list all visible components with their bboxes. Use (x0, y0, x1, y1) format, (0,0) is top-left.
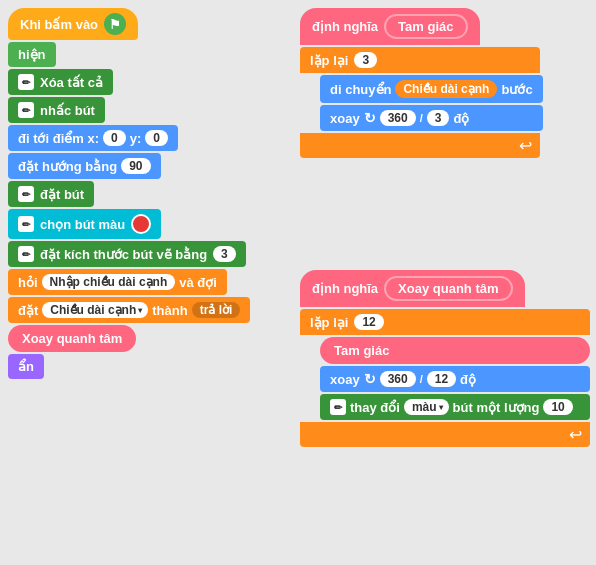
answer-oval[interactable]: trả lời (192, 302, 241, 318)
change-dropdown[interactable]: màu ▾ (404, 399, 449, 415)
rotate-block-bot[interactable]: xoay ↻ 360 / 12 độ (320, 366, 590, 392)
show-block[interactable]: hiện (8, 42, 56, 67)
flag-icon: ⚑ (104, 13, 126, 35)
y-input[interactable]: 0 (145, 130, 168, 146)
show-label: hiện (18, 47, 46, 62)
change-label: thay đổi (350, 400, 400, 415)
dir-input[interactable]: 90 (121, 158, 150, 174)
rotate-label-bot: xoay (330, 372, 360, 387)
move-block[interactable]: di chuyển Chiều dài cạnh bước (320, 75, 543, 103)
pen-up-label: nhấc bút (40, 103, 95, 118)
def-label-top: định nghĩa (312, 19, 378, 34)
pen-up-block[interactable]: ✏ nhấc bút (8, 97, 105, 123)
def-tam-giac-name: Tam giác (384, 14, 467, 39)
pencil-icon4: ✏ (18, 216, 34, 232)
loop-label-top: lặp lại (310, 53, 348, 68)
rotate-block-top[interactable]: xoay ↻ 360 / 3 độ (320, 105, 543, 131)
move-label: di chuyển (330, 82, 391, 97)
def-xoay-hat: định nghĩa Xoay quanh tâm (300, 270, 525, 307)
move-suffix: bước (501, 82, 532, 97)
move-param[interactable]: Chiều dài cạnh (395, 80, 497, 98)
goto-label: đi tới điểm x: (18, 131, 99, 146)
hide-label: ẩn (18, 359, 34, 374)
ask-block[interactable]: hỏi Nhập chiều dài cạnh và đợi (8, 269, 227, 295)
ask-input[interactable]: Nhập chiều dài cạnh (42, 274, 176, 290)
set-size-label: đặt kích thước bút vẽ bằng (40, 247, 207, 262)
rotate-sym-bot: ↻ (364, 371, 376, 387)
pencil-icon2: ✏ (18, 102, 34, 118)
loop-xoay: lặp lại 12 Tam giác xoay ↻ 360 / 12 độ (300, 309, 590, 447)
call-xoay-label: Xoay quanh tâm (22, 331, 122, 346)
loop-count-top[interactable]: 3 (354, 52, 377, 68)
loop-arrow-bot: ↩ (569, 425, 582, 444)
rotate-val1-bot[interactable]: 360 (380, 371, 416, 387)
rotate-val2-top[interactable]: 3 (427, 110, 450, 126)
pencil-icon6: ✏ (330, 399, 346, 415)
loop-arrow-top: ↩ (519, 136, 532, 155)
var-dropdown[interactable]: Chiều dài cạnh ▾ (42, 302, 148, 318)
change-suffix: bút một lượng (453, 400, 540, 415)
call-tam-giac-label: Tam giác (334, 343, 389, 358)
rotate-label-top: xoay (330, 111, 360, 126)
y-label: y: (130, 131, 142, 146)
rotate-suffix-bot: độ (460, 372, 476, 387)
hide-block[interactable]: ẩn (8, 354, 44, 379)
change-color-block[interactable]: ✏ thay đổi màu ▾ bút một lượng 10 (320, 394, 590, 420)
change-value[interactable]: 10 (543, 399, 572, 415)
def-xoay-name: Xoay quanh tâm (384, 276, 512, 301)
pen-down-label: đặt bút (40, 187, 84, 202)
rotate-val1-top[interactable]: 360 (380, 110, 416, 126)
call-xoay-block[interactable]: Xoay quanh tâm (8, 325, 136, 352)
set-color-block[interactable]: ✏ chọn bút màu (8, 209, 161, 239)
def-label-bot: định nghĩa (312, 281, 378, 296)
rotate-val2-bot[interactable]: 12 (427, 371, 456, 387)
set-direction-block[interactable]: đặt hướng bằng 90 (8, 153, 161, 179)
pencil-icon: ✏ (18, 74, 34, 90)
clear-block[interactable]: ✏ Xóa tất cả (8, 69, 113, 95)
set-dir-label: đặt hướng bằng (18, 159, 117, 174)
x-input[interactable]: 0 (103, 130, 126, 146)
goto-block[interactable]: đi tới điểm x: 0 y: 0 (8, 125, 178, 151)
set-size-block[interactable]: ✏ đặt kích thước bút vẽ bằng 3 (8, 241, 246, 267)
event-label: Khi bấm vào (20, 17, 98, 32)
size-input[interactable]: 3 (213, 246, 236, 262)
set-var-block[interactable]: đặt Chiều dài cạnh ▾ thành trả lời (8, 297, 250, 323)
rotate-suffix-top: độ (453, 111, 469, 126)
pen-down-block[interactable]: ✏ đặt bút (8, 181, 94, 207)
loop-tam-giac: lặp lại 3 di chuyển Chiều dài cạnh bước … (300, 47, 543, 158)
loop-label-bot: lặp lại (310, 315, 348, 330)
def-tam-giac-hat: định nghĩa Tam giác (300, 8, 480, 45)
ask-wait-label: và đợi (179, 275, 217, 290)
pencil-icon5: ✏ (18, 246, 34, 262)
set-var-equals: thành (152, 303, 187, 318)
call-tam-giac-bot[interactable]: Tam giác (320, 337, 590, 364)
pencil-icon3: ✏ (18, 186, 34, 202)
color-swatch[interactable] (131, 214, 151, 234)
rotate-sym-top: ↻ (364, 110, 376, 126)
set-color-label: chọn bút màu (40, 217, 125, 232)
set-var-label: đặt (18, 303, 38, 318)
loop-count-bot[interactable]: 12 (354, 314, 383, 330)
ask-label: hỏi (18, 275, 38, 290)
event-hat-block: Khi bấm vào ⚑ (8, 8, 138, 40)
clear-label: Xóa tất cả (40, 75, 103, 90)
